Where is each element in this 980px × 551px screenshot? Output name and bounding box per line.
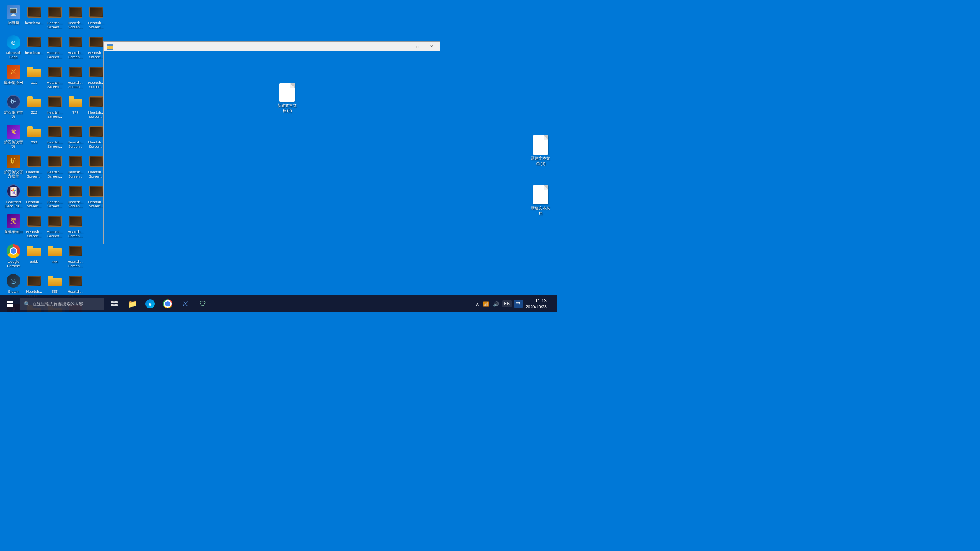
svg-rect-9 xyxy=(114,304,118,306)
window-close-button[interactable]: ✕ xyxy=(425,42,438,51)
clock-date: 2020/10/23 xyxy=(526,304,547,310)
icon-ms-edge[interactable]: e Microsoft Edge xyxy=(3,33,24,61)
icon-hs-ss4[interactable]: Heartsh... Screen... xyxy=(44,33,65,61)
icon-hs-ss3[interactable]: Heartsh... Screen... xyxy=(85,3,107,31)
task-view-button[interactable] xyxy=(106,295,122,312)
icon-hs-ss12[interactable]: Heartsh... Screen... xyxy=(44,122,65,151)
icon-hs-ss2[interactable]: Heartsh... Screen... xyxy=(65,3,86,31)
icon-folder-111[interactable]: 111 xyxy=(23,63,45,91)
window-minimize-button[interactable]: ─ xyxy=(397,42,411,51)
icon-folder-444[interactable]: 444 xyxy=(44,242,65,270)
wifi-icon[interactable]: 📶 xyxy=(482,300,490,308)
desktop-file-4[interactable]: 新建文本文档 xyxy=(529,184,552,218)
svg-rect-4 xyxy=(7,304,10,307)
icon-jiucheng[interactable]: 🖥️ 此电脑 xyxy=(3,3,24,31)
icon-mozhan[interactable]: 魔 魔战争画III xyxy=(3,212,24,240)
desktop: 🖥️ 此电脑 hearthsto... Heartsh... Screen...… xyxy=(0,0,557,312)
svg-rect-2 xyxy=(7,301,10,303)
tray-icons-area: ∧ 📶 🔊 EN 中 xyxy=(475,300,523,308)
taskbar-apps: 📁 e ⚔ 🛡 xyxy=(124,295,211,312)
taskbar-tool1[interactable]: 🛡 xyxy=(194,295,211,312)
show-desktop-button[interactable] xyxy=(550,295,553,312)
icon-hs-deck-tracker[interactable]: 🃏 Heartshst Deck Tra... xyxy=(3,182,24,210)
desktop-icons-area: 🖥️ 此电脑 hearthsto... Heartsh... Screen...… xyxy=(0,0,103,297)
search-icon: 🔍 xyxy=(24,301,30,307)
icon-hs-ss24[interactable]: Heartsh... Screen... xyxy=(44,212,65,240)
open-window: ─ □ ✕ 新建文本文档 (2) xyxy=(103,41,440,244)
window-file-label-1: 新建文本文档 (2) xyxy=(278,103,297,114)
svg-rect-5 xyxy=(10,304,13,307)
taskbar-edge[interactable]: e xyxy=(142,295,158,312)
taskbar-file-explorer[interactable]: 📁 xyxy=(124,295,141,312)
desktop-file-3[interactable]: 新建文本文档 (3) xyxy=(529,134,552,168)
icon-google-chrome[interactable]: Google Chrome xyxy=(3,242,24,270)
search-placeholder: 在这里输入你要搜索的内容 xyxy=(33,301,83,307)
icon-yuzhuan[interactable]: 魔 炉石传说官方 xyxy=(3,122,24,151)
taskbar-system-tray: ∧ 📶 🔊 EN 中 11:13 2020/10/23 xyxy=(475,295,556,312)
icon-hs-ss21[interactable]: Heartsh... Screen... xyxy=(65,182,86,210)
clock-time: 11:13 xyxy=(535,298,547,304)
taskbar-chrome[interactable] xyxy=(159,295,176,312)
icon-hs-thumb2[interactable]: hearthsto... xyxy=(23,33,45,61)
window-maximize-button[interactable]: □ xyxy=(411,42,425,51)
icon-yushi-disk[interactable]: 炉 炉石传说官方盘主 xyxy=(3,152,24,181)
window-content: 新建文本文档 (2) xyxy=(104,51,440,244)
svg-rect-6 xyxy=(111,301,114,303)
desktop-file-3-label: 新建文本文档 (3) xyxy=(531,156,550,166)
icon-folder-aabb[interactable]: aabb xyxy=(23,242,45,270)
taskbar-game1[interactable]: ⚔ xyxy=(177,295,194,312)
icon-hs-ss1[interactable]: Heartsh... Screen... xyxy=(44,3,65,31)
icon-lushi-official[interactable]: 炉 炉石传说官方 xyxy=(3,93,24,121)
icon-hs-ss7[interactable]: Heartsh... Screen... xyxy=(44,63,65,91)
system-clock[interactable]: 11:13 2020/10/23 xyxy=(526,298,547,310)
icon-moyunet[interactable]: ⚔ 魔玉传说网 xyxy=(3,63,24,91)
icon-folder-777[interactable]: 777 xyxy=(65,93,86,121)
taskbar-search[interactable]: 🔍 在这里输入你要搜索的内容 xyxy=(20,298,104,310)
icon-hs-ss17[interactable]: Heartsh... Screen... xyxy=(65,152,86,181)
icon-hs-ss13[interactable]: Heartsh... Screen... xyxy=(65,122,86,151)
icon-hs-ss16[interactable]: Heartsh... Screen... xyxy=(44,152,65,181)
ime-icon[interactable]: 中 xyxy=(514,300,523,308)
svg-rect-3 xyxy=(10,301,13,303)
icon-hs-ss10[interactable]: Heartsh... Screen... xyxy=(44,93,65,121)
window-file-1[interactable]: 新建文本文档 (2) xyxy=(276,82,298,115)
icon-hs-ss23[interactable]: Heartsh... Screen... xyxy=(23,212,45,240)
icon-hs-thumb1[interactable]: hearthsto... xyxy=(23,3,45,31)
window-icon xyxy=(107,44,113,50)
icon-hs-ss15[interactable]: Heartsh... Screen... xyxy=(23,152,45,181)
svg-rect-7 xyxy=(114,301,118,303)
taskbar: 🔍 在这里输入你要搜索的内容 📁 e xyxy=(0,295,557,312)
svg-rect-1 xyxy=(107,46,109,47)
icon-hs-ss5[interactable]: Heartsh... Screen... xyxy=(65,33,86,61)
desktop-file-4-label: 新建文本文档 xyxy=(531,205,550,216)
svg-rect-8 xyxy=(111,304,114,306)
icon-hs-ss19[interactable]: Heartsh... Screen... xyxy=(23,182,45,210)
icon-hs-ss25[interactable]: Heartsh... Screen... xyxy=(65,212,86,240)
icon-hs-ss8[interactable]: Heartsh... Screen... xyxy=(65,63,86,91)
icon-hs-ss20[interactable]: Heartsh... Screen... xyxy=(44,182,65,210)
icon-folder-333[interactable]: 333 xyxy=(23,122,45,151)
window-titlebar: ─ □ ✕ xyxy=(104,42,440,51)
language-indicator[interactable]: EN xyxy=(502,300,512,307)
icon-folder-222[interactable]: 222 xyxy=(23,93,45,121)
start-button[interactable] xyxy=(2,295,18,312)
show-hidden-icons-button[interactable]: ∧ xyxy=(475,300,480,308)
volume-icon[interactable]: 🔊 xyxy=(492,300,500,308)
window-controls: ─ □ ✕ xyxy=(397,42,438,51)
icon-hs-ss26[interactable]: Heartsh... Screen... xyxy=(65,242,86,270)
